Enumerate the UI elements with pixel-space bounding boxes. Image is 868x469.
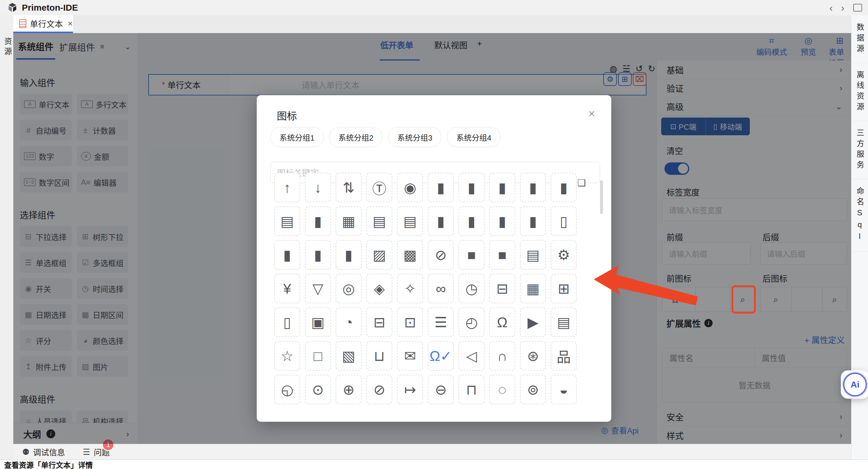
file-blank-icon[interactable]: ▮: [428, 207, 454, 236]
search-icon[interactable]: ◌: [489, 375, 515, 404]
clock2-icon[interactable]: ◵: [274, 375, 300, 404]
group-pill-系统分组3[interactable]: 系统分组3: [388, 127, 441, 147]
file-dark2-icon[interactable]: ▮: [520, 207, 546, 236]
resources-rail[interactable]: 资源: [0, 33, 13, 460]
sort-az-icon[interactable]: ⇅: [336, 173, 362, 202]
arrow-up-icon[interactable]: ↑: [274, 173, 300, 202]
app-title: Primeton-IDE: [22, 3, 78, 13]
file-dark-icon[interactable]: ▮: [489, 207, 515, 236]
file-video-icon[interactable]: ▩: [397, 240, 423, 270]
dialog-title: 图标: [277, 108, 297, 123]
phone-list-icon[interactable]: ▯: [274, 308, 300, 337]
fire-circle-icon[interactable]: ◎: [336, 274, 362, 303]
file-psd-icon[interactable]: ▮: [459, 173, 485, 202]
rail-item-named-sql[interactable]: 命名Sql: [851, 179, 868, 252]
clipboard-clock-icon[interactable]: ⊟: [366, 308, 392, 337]
screen-gear-icon[interactable]: ⚙: [551, 240, 577, 270]
rail-item-offline-resources[interactable]: 离线资源: [851, 63, 868, 121]
doc-align-icon[interactable]: ▤: [366, 207, 392, 236]
file-mp3-icon[interactable]: ▮: [305, 240, 331, 270]
calendar-icon[interactable]: ▦: [520, 274, 546, 303]
prism-icon[interactable]: ▽: [305, 274, 331, 303]
annotation-highlight-box: [732, 285, 756, 314]
file-ppt-icon[interactable]: ▮: [428, 173, 454, 202]
primeton-ide-window: Primeton-IDE ‹ › 单行文本 × 资源 系统组件 扩展组件 ≡ ⌄…: [0, 0, 868, 469]
debug-icon: ⚉: [22, 447, 30, 457]
inbox-check-icon[interactable]: ⊔: [366, 341, 392, 371]
file-note-icon[interactable]: ▯: [551, 207, 577, 236]
play-circle-icon[interactable]: ◉: [397, 173, 423, 202]
org-chart-icon[interactable]: 品: [551, 341, 577, 371]
person-clock-icon[interactable]: ◔: [336, 308, 362, 337]
doc-lines-icon[interactable]: ▤: [274, 207, 300, 236]
play-chat-icon[interactable]: ◒: [551, 375, 577, 404]
square-solid-icon[interactable]: ■: [459, 240, 485, 270]
arrow-down-icon[interactable]: ↓: [305, 173, 331, 202]
file-doc-icon[interactable]: ▮: [305, 207, 331, 236]
group-pill-系统分组4[interactable]: 系统分组4: [447, 127, 500, 147]
book-open-icon[interactable]: ⊓: [459, 375, 485, 404]
tshirt-icon[interactable]: Ⓣ: [366, 173, 392, 202]
file-xls-icon[interactable]: ▮: [520, 173, 546, 202]
icon-picker-dialog: 图标 × 系统分组1系统分组2系统分组3系统分组4 图标关键字 ❏ ↑↓⇅Ⓣ◉▮…: [257, 95, 611, 422]
file-pdf-icon[interactable]: ▮: [459, 207, 485, 236]
rail-item-datasource[interactable]: 数据源: [851, 15, 868, 63]
file-swf-icon[interactable]: ▮: [336, 240, 362, 270]
sliders-icon[interactable]: ☰: [428, 308, 454, 337]
ai-assistant-button[interactable]: Ai: [841, 370, 868, 399]
link-broken-icon[interactable]: ⊘: [428, 240, 454, 270]
file-sql-icon[interactable]: ▮: [551, 173, 577, 202]
notebook-icon[interactable]: ▤: [520, 240, 546, 270]
nav-back-icon[interactable]: ‹: [825, 3, 837, 13]
clipboard-icon[interactable]: ▣: [305, 308, 331, 337]
file-zip-icon[interactable]: ▮: [274, 240, 300, 270]
person-check-icon[interactable]: Ω✓: [428, 341, 454, 371]
people-icon[interactable]: Ω: [489, 308, 515, 337]
message-minus-icon[interactable]: ⊖: [428, 375, 454, 404]
scan-frame-icon[interactable]: □: [305, 341, 331, 371]
doc-text-icon[interactable]: ▤: [397, 207, 423, 236]
debug-info-button[interactable]: ⚉ 调试信息: [22, 446, 65, 458]
close-tab-icon[interactable]: ×: [68, 19, 73, 29]
badge-check-icon[interactable]: ⊛: [520, 341, 546, 371]
gem-icon[interactable]: ◈: [366, 274, 392, 303]
file-gif-icon[interactable]: ▮: [489, 173, 515, 202]
scrollbar-thumb[interactable]: [600, 180, 603, 214]
podcast-icon[interactable]: ⊙: [305, 375, 331, 404]
document-icon[interactable]: ▤: [551, 308, 577, 337]
ai-icon: Ai: [843, 373, 867, 396]
exit-icon[interactable]: ↦: [397, 375, 423, 404]
image-icon[interactable]: ▧: [336, 341, 362, 371]
screen-scan-icon[interactable]: ⊡: [397, 308, 423, 337]
file-image-icon[interactable]: ▨: [366, 240, 392, 270]
gauge-icon[interactable]: ◷: [459, 274, 485, 303]
star-icon[interactable]: ☆: [274, 341, 300, 371]
nav-forward-icon[interactable]: ›: [837, 3, 848, 13]
window-restore-icon[interactable]: [853, 4, 862, 11]
tab-single-line-text[interactable]: 单行文本 ×: [13, 15, 73, 33]
close-icon[interactable]: ×: [589, 107, 595, 120]
shield-lock-icon[interactable]: ∩: [489, 341, 515, 371]
ban-icon[interactable]: ⊘: [366, 375, 392, 404]
folder-doc-icon[interactable]: ⊟: [489, 274, 515, 303]
square-solid2-icon[interactable]: ■: [489, 240, 515, 270]
link-icon[interactable]: ∞: [428, 274, 454, 303]
group-pill-系统分组1[interactable]: 系统分组1: [270, 127, 323, 147]
chat-target-icon[interactable]: ⊚: [520, 375, 546, 404]
bookmark-plus-icon[interactable]: ⊕: [336, 375, 362, 404]
yuan-card-icon[interactable]: ¥: [274, 274, 300, 303]
bottom-toolbar: ⚉ 调试信息 ☰ 问题 1: [13, 444, 851, 460]
play-solid-icon[interactable]: ▶: [520, 308, 546, 337]
message-dots-icon[interactable]: ✉: [397, 341, 423, 371]
group-pill-系统分组2[interactable]: 系统分组2: [329, 127, 382, 147]
pentagon-wire-icon[interactable]: ✧: [397, 274, 423, 303]
rail-item-third-party-services[interactable]: 三方服务: [851, 121, 868, 179]
file-table-icon[interactable]: ▦: [336, 207, 362, 236]
tab-label: 单行文本: [30, 18, 63, 30]
icon-grid: ↑↓⇅Ⓣ◉▮▮▮▮▮▤▮▦▤▤▮▮▮▮▯▮▮▮▨▩⊘■■▤⚙¥▽◎◈✧∞◷⊟▦⊞…: [274, 173, 583, 404]
resources-rail-label: 资源: [2, 37, 13, 57]
copy-list-icon[interactable]: ⊞: [551, 274, 577, 303]
issues-button[interactable]: ☰ 问题 1: [83, 446, 110, 458]
send-icon[interactable]: ◁: [459, 341, 485, 371]
clock-icon[interactable]: ◴: [459, 308, 485, 337]
